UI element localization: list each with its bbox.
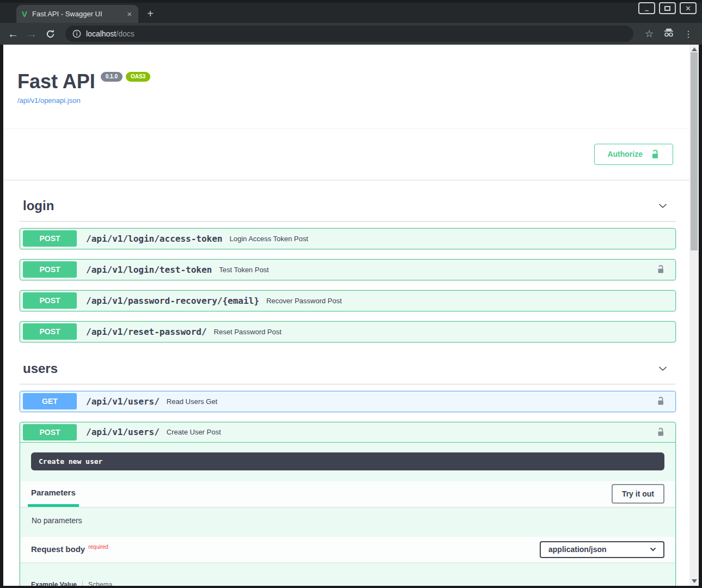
tab-parameters[interactable]: Parameters — [28, 481, 79, 507]
unlocked-padlock-icon — [655, 264, 666, 275]
chevron-down-icon[interactable] — [656, 362, 669, 375]
parameters-header: Parameters Try it out — [20, 481, 675, 507]
method-badge: POST — [23, 424, 77, 440]
endpoint-users-post-expanded: POST /api/v1/users/ Create User Post Cre… — [20, 422, 676, 586]
back-icon[interactable]: ← — [5, 28, 21, 39]
endpoint-path: /api/v1/password-recovery/{email} — [86, 296, 259, 306]
endpoint-password-recovery: POST /api/v1/password-recovery/{email} R… — [20, 290, 676, 311]
page-scrollbar[interactable] — [689, 45, 699, 586]
media-type-value: application/json — [548, 545, 607, 554]
example-tabs: Example Value Schema — [31, 581, 664, 586]
endpoint-summary: Recover Password Post — [266, 297, 342, 305]
method-badge: GET — [23, 393, 77, 409]
browser-viewport: Fast API 0.1.0 OAS3 /api/v1/openapi.json… — [3, 45, 699, 586]
chevron-down-icon[interactable] — [656, 199, 669, 212]
incognito-icon — [661, 27, 677, 40]
unlocked-padlock-icon — [655, 427, 666, 438]
endpoint-summary-row[interactable]: POST /api/v1/password-recovery/{email} R… — [20, 291, 675, 311]
try-it-out-button[interactable]: Try it out — [612, 484, 664, 504]
method-badge: POST — [23, 230, 77, 247]
endpoint-summary-row[interactable]: POST /api/v1/users/ Create User Post — [20, 422, 675, 443]
scheme-container: Authorize — [3, 129, 689, 180]
reload-icon[interactable] — [42, 29, 58, 39]
url-path: /docs — [116, 29, 134, 38]
tab-title: Fast API - Swagger UI — [32, 10, 121, 18]
endpoint-summary: Reset Password Post — [214, 328, 282, 336]
required-label: required — [88, 544, 108, 550]
maximize-button[interactable] — [659, 2, 676, 14]
browser-titlebar: V Fast API - Swagger UI × + – ✕ — [0, 0, 702, 23]
endpoint-path: /api/v1/login/test-token — [86, 265, 212, 275]
endpoint-summary: Test Token Post — [219, 266, 269, 274]
openapi-spec-link[interactable]: /api/v1/openapi.json — [17, 96, 81, 105]
endpoint-users-get: GET /api/v1/users/ Read Users Get — [20, 391, 676, 412]
no-parameters-text: No parameters — [20, 507, 675, 537]
request-body-label: Request body — [31, 544, 85, 554]
auth-lock-button[interactable] — [653, 262, 668, 277]
bookmark-star-icon[interactable]: ☆ — [641, 28, 657, 40]
endpoint-path: /api/v1/users/ — [86, 427, 160, 437]
endpoint-summary: Create User Post — [167, 428, 221, 436]
endpoint-summary-row[interactable]: POST /api/v1/login/access-token Login Ac… — [20, 229, 675, 249]
method-badge: POST — [23, 323, 77, 340]
request-body-label-wrap: Request bodyrequired — [31, 544, 108, 554]
minimize-button[interactable]: – — [638, 2, 655, 14]
browser-tab[interactable]: V Fast API - Swagger UI × — [16, 5, 138, 23]
tab-example-value[interactable]: Example Value — [31, 581, 77, 586]
auth-wrapper: Authorize — [594, 144, 689, 165]
method-badge: POST — [23, 292, 77, 309]
tag-section-users[interactable]: users — [20, 356, 676, 384]
minimize-icon: – — [645, 7, 649, 14]
tag-section-login[interactable]: login — [20, 193, 676, 222]
auth-lock-button[interactable] — [653, 425, 668, 440]
browser-toolbar: ← → localhost/docs ☆ ⋮ — [0, 23, 702, 45]
authorize-label: Authorize — [607, 150, 643, 158]
endpoint-summary-row[interactable]: POST /api/v1/reset-password/ Reset Passw… — [20, 322, 675, 342]
close-icon: ✕ — [685, 5, 691, 12]
window-controls: – ✕ — [638, 2, 697, 14]
endpoint-summary-row[interactable]: GET /api/v1/users/ Read Users Get — [20, 391, 675, 412]
browser-window: V Fast API - Swagger UI × + – ✕ ← → loca… — [0, 0, 702, 588]
operations-wrapper: login POST /api/v1/login/access-token Lo… — [3, 193, 689, 586]
site-info-icon[interactable] — [72, 29, 81, 38]
operation-body: Create new user Parameters Try it out No… — [20, 452, 675, 586]
forward-icon[interactable]: → — [24, 28, 39, 39]
endpoint-summary-row[interactable]: POST /api/v1/login/test-token Test Token… — [20, 260, 675, 280]
endpoint-login-access-token: POST /api/v1/login/access-token Login Ac… — [20, 228, 676, 249]
title-badges: 0.1.0 OAS3 — [101, 72, 150, 82]
unlock-icon — [650, 149, 660, 160]
browser-menu-icon[interactable]: ⋮ — [680, 29, 697, 39]
media-type-select[interactable]: application/json — [540, 541, 664, 558]
model-example: Example Value Schema { — [20, 562, 675, 586]
url-host: localhost — [86, 29, 116, 38]
operation-description: Create new user — [31, 452, 664, 470]
endpoint-summary: Login Access Token Post — [229, 235, 308, 243]
endpoint-login-test-token: POST /api/v1/login/test-token Test Token… — [20, 259, 676, 280]
api-title-text: Fast API — [17, 71, 95, 93]
maximize-icon — [664, 6, 670, 11]
endpoint-path: /api/v1/users/ — [86, 396, 160, 407]
method-badge: POST — [23, 261, 77, 278]
close-button[interactable]: ✕ — [680, 2, 697, 14]
auth-lock-button[interactable] — [653, 394, 668, 409]
tab-schema[interactable]: Schema — [88, 581, 112, 586]
tag-users-label: users — [23, 361, 58, 376]
scrollbar-down-arrow[interactable] — [692, 579, 697, 583]
fastapi-favicon-icon: V — [22, 10, 27, 18]
request-body-header: Request bodyrequired application/json — [20, 537, 675, 562]
version-badge: 0.1.0 — [101, 72, 123, 82]
scrollbar-thumb[interactable] — [691, 52, 698, 250]
chevron-down-icon — [649, 546, 657, 553]
oas3-badge: OAS3 — [126, 72, 150, 82]
tab-divider — [82, 581, 83, 586]
tab-close-icon[interactable]: × — [126, 10, 133, 18]
api-info: Fast API 0.1.0 OAS3 /api/v1/openapi.json — [3, 45, 689, 105]
url-bar[interactable]: localhost/docs — [65, 26, 633, 42]
scrollbar-up-arrow[interactable] — [692, 47, 697, 51]
unlocked-padlock-icon — [655, 396, 666, 407]
swagger-page: Fast API 0.1.0 OAS3 /api/v1/openapi.json… — [3, 45, 689, 586]
endpoint-path: /api/v1/login/access-token — [86, 234, 222, 244]
new-tab-button[interactable]: + — [144, 8, 157, 21]
endpoint-summary: Read Users Get — [167, 397, 217, 406]
authorize-button[interactable]: Authorize — [594, 144, 673, 165]
